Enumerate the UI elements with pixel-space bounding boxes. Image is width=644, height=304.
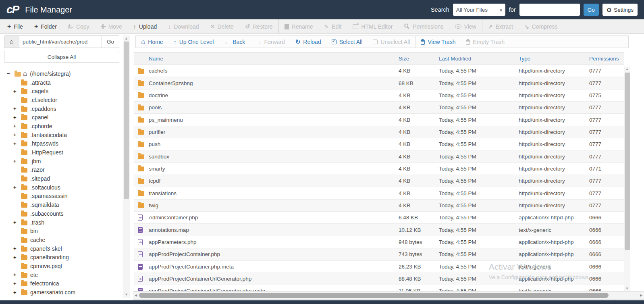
table-row[interactable]: appProdProjectContainer.php.meta 26.23 K… [134, 261, 624, 273]
table-row[interactable]: sandbox 4 KB Today, 4:55 PM httpd/unix-d… [134, 150, 624, 162]
tree-item[interactable]: .sitepad [0, 174, 121, 183]
file-name[interactable]: appProdProjectContainer.php.meta [149, 264, 399, 270]
tree-item[interactable]: .HttpRequest [0, 148, 121, 157]
tree-item[interactable]: + cpanelbranding [0, 253, 121, 262]
expand-toggle[interactable]: + [13, 272, 19, 278]
tree-item[interactable]: + .cphorde [0, 122, 121, 131]
file-name[interactable]: doctrine [149, 92, 399, 98]
path-home-button[interactable] [4, 35, 19, 48]
file-name[interactable]: appParameters.php [149, 239, 399, 245]
table-row[interactable]: translations 4 KB Today, 4:55 PM httpd/u… [134, 187, 624, 199]
search-go-button[interactable]: Go [584, 4, 599, 16]
file-name[interactable]: appProdProjectContainerUrlGenerator.php.… [149, 288, 399, 291]
file-name[interactable]: ps_mainmenu [149, 117, 399, 123]
tree-item[interactable]: + .jbm [0, 157, 121, 166]
back-button[interactable]: Back [219, 36, 250, 48]
expand-toggle[interactable]: + [13, 219, 19, 225]
file-name[interactable]: Container5pzsbng [149, 80, 399, 86]
expand-toggle[interactable]: + [13, 132, 19, 138]
tree-item[interactable]: + .softaculous [0, 183, 121, 192]
scroll-down-arrow[interactable]: ▼ [123, 293, 130, 296]
table-row[interactable]: Container5pzsbng 68 KB Today, 4:55 PM ht… [134, 77, 624, 89]
expand-toggle[interactable]: + [13, 141, 19, 147]
path-input[interactable] [19, 35, 102, 48]
select-all-button[interactable]: Select All [326, 36, 368, 48]
sidebar-scrollbar[interactable]: ▲ ▼ [123, 35, 130, 298]
table-row[interactable]: appProdProjectContainerUrlGenerator.php.… [134, 285, 624, 291]
expand-toggle[interactable]: + [13, 254, 19, 260]
table-row[interactable]: annotations.map 10.12 KB Today, 4:55 PM … [134, 224, 624, 236]
column-permissions[interactable]: Permissions [589, 56, 624, 62]
expand-toggle[interactable]: + [13, 123, 19, 129]
file-button[interactable]: File [2, 19, 29, 33]
file-name[interactable]: purifier [149, 129, 399, 135]
file-name[interactable]: tcpdf [149, 178, 399, 184]
table-horizontal-scrollbar[interactable]: ◀ ▶ [133, 291, 644, 300]
column-type[interactable]: Type [519, 56, 589, 62]
scroll-left-arrow[interactable]: ◀ [133, 292, 139, 299]
up-one-level-button[interactable]: Up One Level [168, 36, 219, 48]
tree-item[interactable]: + .fantasticodata [0, 131, 121, 140]
tree-item[interactable]: + gamersariato.com [0, 288, 121, 297]
tree-item[interactable]: + .cpanel [0, 113, 121, 122]
tree-item[interactable]: .attracta [0, 78, 121, 87]
collapse-all-button[interactable]: Collapse All [4, 51, 119, 63]
home-button[interactable]: Home [136, 36, 168, 48]
table-row[interactable]: smarty 4 KB Today, 4:55 PM httpd/unix-di… [134, 163, 624, 175]
path-go-button[interactable]: Go [102, 35, 119, 48]
table-row[interactable]: push 4 KB Today, 4:55 PM httpd/unix-dire… [134, 138, 624, 150]
tree-item[interactable]: + cpanel3-skel [0, 244, 121, 253]
file-name[interactable]: cachefs [149, 68, 399, 74]
file-name[interactable]: twig [149, 202, 399, 208]
upload-button[interactable]: Upload [128, 19, 162, 33]
file-name[interactable]: appProdProjectContainer.php [149, 251, 399, 257]
file-name[interactable]: pools [149, 104, 399, 110]
tree-item[interactable]: + .trash [0, 218, 121, 227]
table-row[interactable]: purifier 4 KB Today, 4:55 PM httpd/unix-… [134, 126, 624, 138]
expand-toggle[interactable]: + [13, 115, 19, 121]
file-name[interactable]: push [149, 141, 399, 147]
file-name[interactable]: AdminContainer.php [149, 214, 399, 221]
search-scope-select[interactable]: All Your Files [453, 4, 505, 16]
column-size[interactable]: Size [399, 56, 439, 62]
view-trash-button[interactable]: View Trash [415, 36, 461, 48]
tree-item[interactable]: cache [0, 235, 121, 244]
file-name[interactable]: sandbox [149, 154, 399, 160]
search-input[interactable] [519, 4, 580, 16]
tree-item[interactable]: + etc [0, 271, 121, 279]
table-row[interactable]: tcpdf 4 KB Today, 4:55 PM httpd/unix-dir… [134, 175, 624, 187]
scroll-up-arrow[interactable]: ▲ [123, 37, 130, 40]
file-name[interactable]: smarty [149, 166, 399, 172]
folder-button[interactable]: Folder [29, 19, 62, 33]
settings-button[interactable]: Settings [602, 4, 638, 16]
expand-toggle[interactable]: + [13, 184, 19, 190]
scroll-right-arrow[interactable]: ▶ [638, 292, 644, 299]
tree-item[interactable]: + felectronica [0, 279, 121, 288]
column-last-modified[interactable]: Last Modified [439, 56, 519, 62]
table-row[interactable]: ps_mainmenu 4 KB Today, 4:55 PM httpd/un… [134, 114, 624, 126]
reload-button[interactable]: Reload [290, 36, 326, 48]
table-row[interactable]: appProdProjectContainerUrlGenerator.php … [134, 273, 624, 285]
expand-toggle[interactable]: + [13, 281, 19, 287]
table-row[interactable]: twig 4 KB Today, 4:55 PM httpd/unix-dire… [134, 200, 624, 212]
tree-item[interactable]: cpmove.psql [0, 262, 121, 271]
scroll-down-arrow[interactable]: ▼ [624, 287, 630, 290]
scroll-thumb[interactable] [139, 293, 609, 298]
table-vertical-scrollbar[interactable]: ▲ ▼ [624, 67, 630, 291]
tree-item[interactable]: .cl.selector [0, 96, 121, 104]
expand-toggle[interactable]: + [13, 88, 19, 94]
expand-toggle[interactable]: + [13, 106, 19, 112]
expand-toggle[interactable]: + [13, 289, 19, 296]
table-row[interactable]: doctrine 4 KB Today, 4:55 PM httpd/unix-… [134, 90, 624, 102]
tree-item[interactable]: + .cagefs [0, 87, 121, 96]
tree-item[interactable]: + .htpasswds [0, 140, 121, 148]
table-row[interactable]: appProdProjectContainer.php 743 bytes To… [134, 248, 624, 260]
column-name[interactable]: Name [149, 56, 399, 62]
expand-toggle[interactable]: + [13, 246, 19, 252]
tree-item[interactable]: + .cpaddons [0, 104, 121, 113]
tree-item[interactable]: .sqmaildata [0, 200, 121, 209]
tree-item[interactable]: .spamassassin [0, 192, 121, 201]
tree-item[interactable]: .subaccounts [0, 209, 121, 218]
tree-item[interactable]: .razor [0, 166, 121, 175]
tree-item[interactable]: bin [0, 227, 121, 235]
